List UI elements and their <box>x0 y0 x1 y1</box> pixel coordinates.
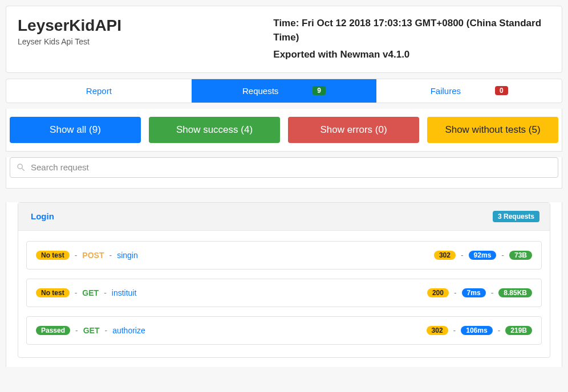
separator: - <box>73 288 79 297</box>
request-row[interactable]: No test - POST - singin302 - 92ms - 73B <box>26 241 542 270</box>
request-left: Passed - GET - authorize <box>36 326 145 335</box>
requests-count-badge: 9 <box>313 86 326 95</box>
tabs: Report Requests 9 Failures 0 <box>6 79 562 103</box>
tab-failures[interactable]: Failures 0 <box>376 79 562 103</box>
request-left: No test - GET - instituit <box>36 288 136 297</box>
separator: - <box>107 251 113 260</box>
tab-report[interactable]: Report <box>6 79 192 103</box>
header-card: LeyserKidAPI Leyser Kids Api Test Time: … <box>6 6 562 73</box>
separator: - <box>452 288 459 297</box>
test-status-badge: No test <box>36 288 70 297</box>
group-panel-login: Login 3 Requests No test - POST - singin… <box>18 202 550 358</box>
status-badge: 302 <box>434 251 456 260</box>
http-method: GET <box>82 288 99 297</box>
separator: - <box>74 326 80 335</box>
time-badge: 106ms <box>461 326 492 335</box>
tab-report-label: Report <box>86 86 112 96</box>
search-section <box>6 157 562 189</box>
failures-count-badge: 0 <box>495 86 508 95</box>
exported-label: Exported with Newman v4.1.0 <box>273 48 550 62</box>
request-row[interactable]: No test - GET - instituit200 - 7ms - 8.8… <box>26 279 542 307</box>
content-area: Login 3 Requests No test - POST - singin… <box>6 202 562 367</box>
time-badge: 92ms <box>469 251 497 260</box>
request-name: singin <box>117 251 138 260</box>
group-header[interactable]: Login 3 Requests <box>18 203 550 231</box>
request-name: authorize <box>112 326 145 335</box>
group-title: Login <box>31 211 54 221</box>
separator: - <box>102 288 108 297</box>
request-right: 302 - 106ms - 219B <box>427 326 532 335</box>
status-badge: 200 <box>427 288 449 297</box>
request-row[interactable]: Passed - GET - authorize302 - 106ms - 21… <box>26 316 542 345</box>
time-badge: 7ms <box>462 288 486 297</box>
separator: - <box>73 251 79 260</box>
header-right: Time: Fri Oct 12 2018 17:03:13 GMT+0800 … <box>273 17 550 62</box>
group-body: No test - POST - singin302 - 92ms - 73BN… <box>18 231 550 357</box>
http-method: POST <box>82 251 104 260</box>
separator: - <box>103 326 109 335</box>
api-title: LeyserKidAPI <box>18 17 273 35</box>
show-success-button[interactable]: Show success (4) <box>149 117 280 143</box>
group-request-count: 3 Requests <box>493 211 539 222</box>
search-icon <box>16 162 26 173</box>
header-left: LeyserKidAPI Leyser Kids Api Test <box>18 17 273 62</box>
test-status-badge: Passed <box>36 326 70 335</box>
size-badge: 219B <box>505 326 532 335</box>
search-input[interactable] <box>31 162 552 172</box>
show-errors-button[interactable]: Show errors (0) <box>288 117 419 143</box>
time-label: Time: Fri Oct 12 2018 17:03:13 GMT+0800 … <box>273 17 550 44</box>
request-right: 302 - 92ms - 73B <box>434 251 532 260</box>
show-all-button[interactable]: Show all (9) <box>10 117 141 143</box>
tab-requests[interactable]: Requests 9 <box>192 79 377 103</box>
separator: - <box>452 326 458 335</box>
tab-failures-label: Failures <box>431 86 461 96</box>
separator: - <box>459 251 465 260</box>
separator: - <box>489 288 496 297</box>
size-badge: 8.85KB <box>498 288 532 297</box>
separator: - <box>500 251 506 260</box>
tab-requests-label: Requests <box>242 86 278 96</box>
request-name: instituit <box>112 288 137 297</box>
show-without-tests-button[interactable]: Show without tests (5) <box>427 117 558 143</box>
size-badge: 73B <box>509 251 532 260</box>
status-badge: 302 <box>427 326 448 335</box>
test-status-badge: No test <box>36 251 70 260</box>
separator: - <box>496 326 502 335</box>
request-left: No test - POST - singin <box>36 251 138 260</box>
api-subtitle: Leyser Kids Api Test <box>18 37 273 46</box>
filter-bar: Show all (9) Show success (4) Show error… <box>6 109 562 152</box>
request-right: 200 - 7ms - 8.85KB <box>427 288 532 297</box>
search-box[interactable] <box>10 157 558 178</box>
http-method: GET <box>83 326 100 335</box>
